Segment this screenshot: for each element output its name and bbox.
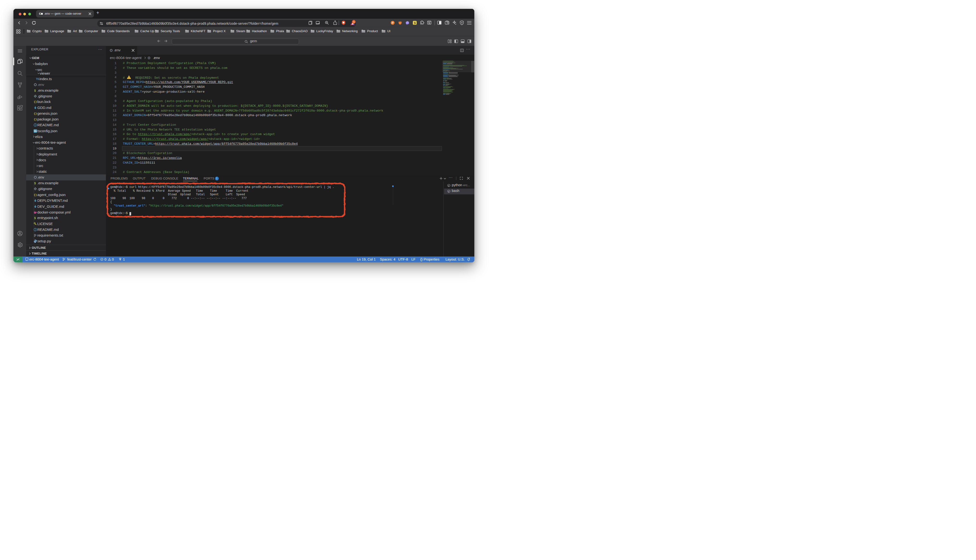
svg-text:$: $ bbox=[448, 191, 450, 192]
svg-text:{}: {} bbox=[34, 118, 37, 121]
svg-text:{}: {} bbox=[34, 112, 37, 115]
svg-text:P: P bbox=[392, 22, 394, 24]
svg-text:$: $ bbox=[34, 217, 36, 220]
svg-text:1: 1 bbox=[353, 20, 355, 23]
svg-text:$: $ bbox=[34, 182, 36, 185]
svg-text:TS: TS bbox=[34, 130, 37, 132]
svg-text:{}: {} bbox=[34, 100, 37, 103]
svg-text:TS: TS bbox=[36, 78, 39, 80]
svg-text:$: $ bbox=[34, 89, 36, 92]
svg-text:$: $ bbox=[448, 185, 450, 187]
svg-text:{}: {} bbox=[34, 193, 37, 197]
svg-text:S: S bbox=[414, 21, 416, 25]
